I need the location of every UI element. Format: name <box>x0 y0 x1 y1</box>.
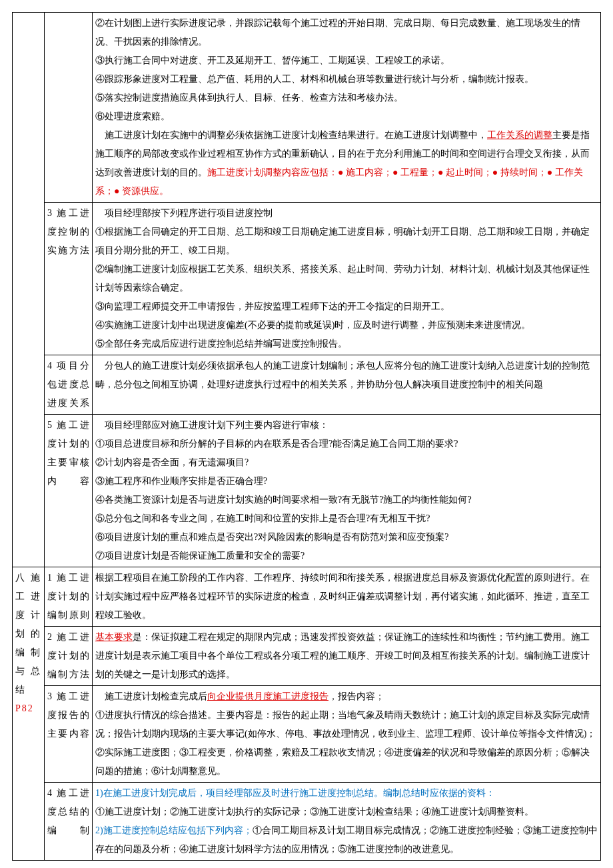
text: 施工进度计划在实施中的调整必须依据施工进度计划检查结果进行。在施工进度计划调整中… <box>95 130 487 140</box>
subsection-col: 5 施工进度计划的主要审核内容 <box>45 415 93 567</box>
content-line: ③向监理工程师提交开工申请报告，并应按监理工程师下达的开工令指定的日期开工。 <box>95 297 598 316</box>
cell-text: 3 施工进度报告的主要内容 <box>47 691 89 739</box>
content-line: 分包人的施工进度计划必须依据承包人的施工进度计划编制；承包人应将分包的施工进度计… <box>95 357 598 394</box>
highlighted-text: 基本要求 <box>95 632 133 642</box>
content-line: 施工进度计划检查完成后向企业提供月度施工进度报告，报告内容； <box>95 687 598 706</box>
content-line: ①根据施工合同确定的开工日期、总工期和竣工日期确定施工进度目标，明确计划开工日期… <box>95 223 598 260</box>
content-line: ①项目总进度目标和所分解的子目标的内在联系是否合理?能否满足施工合同工期的要求? <box>95 435 598 453</box>
cell-text: 5 施工进度计划的主要审核内容 <box>47 420 89 486</box>
table-row: 4 项目分包进度总进度关系 分包人的施工进度计划必须依据承包人的施工进度计划编制… <box>13 355 601 415</box>
table-row: ②在计划图上进行实际进度记录，并跟踪记载每个施工过程的开始日期、完成日期、每日完… <box>13 13 601 203</box>
subsection-col: 4 施工进度总结的编制 <box>45 783 93 861</box>
content-line: ①进度执行情况的综合描述。主要内容是：报告的起止期；当地气象及晴雨天数统计；施工… <box>95 706 598 781</box>
highlighted-text: 向企业提供月度施工进度报告 <box>207 691 328 701</box>
text: ，报告内容； <box>328 691 384 701</box>
table-row: 3 施工进度报告的主要内容 施工进度计划检查完成后向企业提供月度施工进度报告，报… <box>13 686 601 783</box>
content-line: ④跟踪形象进度对工程量、总产值、耗用的人工、材料和机械台班等数量进行统计与分析，… <box>95 70 598 89</box>
study-notes-table: ②在计划图上进行实际进度记录，并跟踪记载每个施工过程的开始日期、完成日期、每日完… <box>12 12 601 861</box>
content-line: 2)施工进度控制总结应包括下列内容；①合同工期目标及计划工期目标完成情况；②施工… <box>95 821 598 859</box>
cell-text: 3 施工进度控制的实施方法 <box>47 208 89 255</box>
content-line: ⑦项目进度计划是否能保证施工质量和安全的需要? <box>95 547 598 565</box>
subsection-col: 3 施工进度控制的实施方法 <box>45 203 93 355</box>
text: 施工进度计划检查完成后 <box>95 691 207 701</box>
subsection-col <box>45 13 93 203</box>
subsection-col: 1 施工进度计划的编制原则 <box>45 567 93 627</box>
content-line: ①施工进度计划；②施工进度计划执行的实际记录；③施工进度计划检查结果；④施工进度… <box>95 803 598 821</box>
content-cell: 项目经理部应对施工进度计划下列主要内容进行审核： ①项目总进度目标和所分解的子目… <box>93 415 601 567</box>
content-line: 项目经理部应对施工进度计划下列主要内容进行审核： <box>95 416 598 435</box>
content-line: 1)在施工进度计划完成后，项目经理部应及时进行施工进度控制总结。编制总结时应依据… <box>95 784 598 803</box>
content-cell: 根据工程项目在施工阶段的工作内容、工作程序、持续时间和衔接关系，根据进度总目标及… <box>93 567 601 627</box>
content-line: ⑤总分包之间和各专业之间，在施工时间和位置的安排上是否合理?有无相互干扰? <box>95 509 598 528</box>
content-cell: 1)在施工进度计划完成后，项目经理部应及时进行施工进度控制总结。编制总结时应依据… <box>93 783 601 861</box>
table-row: 3 施工进度控制的实施方法 项目经理部按下列程序进行项目进度控制 ①根据施工合同… <box>13 203 601 355</box>
section-col <box>13 13 45 567</box>
content-line: ⑥处理进度索赔。 <box>95 107 598 126</box>
content-line: ④各类施工资源计划是否与进度计划实施的时间要求相一致?有无脱节?施工的均衡性能如… <box>95 491 598 509</box>
text: 是：保证拟建工程在规定的期限内完成；迅速发挥投资效益；保证施工的连续性和均衡性；… <box>95 632 590 679</box>
cell-text: 4 项目分包进度总进度关系 <box>47 361 89 408</box>
content-line: ⑥项目进度计划的重点和难点是否突出?对风险因素的影响是否有防范对策和应变预案? <box>95 528 598 547</box>
highlighted-text: 2)施工进度控制总结应包括下列内容； <box>95 825 253 835</box>
highlighted-text: 工作关系的调整 <box>487 130 552 140</box>
subsection-col: 3 施工进度报告的主要内容 <box>45 686 93 783</box>
subsection-col: 2 施工进度计划的编制方法 <box>45 627 93 686</box>
content-line: ②计划内容是否全面，有无遗漏项目? <box>95 453 598 472</box>
table-row: 5 施工进度计划的主要审核内容 项目经理部应对施工进度计划下列主要内容进行审核：… <box>13 415 601 567</box>
subsection-col: 4 项目分包进度总进度关系 <box>45 355 93 415</box>
table-row: 2 施工进度计划的编制方法 基本要求是：保证拟建工程在规定的期限内完成；迅速发挥… <box>13 627 601 686</box>
content-line: ③执行施工合同中对进度、开工及延期开工、暂停施工、工期延误、工程竣工的承诺。 <box>95 51 598 70</box>
content-cell: 施工进度计划检查完成后向企业提供月度施工进度报告，报告内容； ①进度执行情况的综… <box>93 686 601 783</box>
table-row: 4 施工进度总结的编制 1)在施工进度计划完成后，项目经理部应及时进行施工进度控… <box>13 783 601 861</box>
content-line: 施工进度计划在实施中的调整必须依据施工进度计划检查结果进行。在施工进度计划调整中… <box>95 126 598 201</box>
content-line: ⑤全部任务完成后应进行进度控制总结并编写进度控制报告。 <box>95 335 598 353</box>
content-cell: ②在计划图上进行实际进度记录，并跟踪记载每个施工过程的开始日期、完成日期、每日完… <box>93 13 601 203</box>
cell-text: 4 施工进度总结的编制 <box>47 788 89 835</box>
content-line: ④实施施工进度计划中出现进度偏差(不必要的提前或延误)时，应及时进行调整，并应预… <box>95 316 598 335</box>
cell-text: 2 施工进度计划的编制方法 <box>47 632 89 679</box>
content-line: 基本要求是：保证拟建工程在规定的期限内完成；迅速发挥投资效益；保证施工的连续性和… <box>95 628 598 684</box>
content-line: ⑤落实控制进度措施应具体到执行人、目标、任务、检查方法和考核办法。 <box>95 89 598 107</box>
page-number: 5 <box>12 861 601 868</box>
content-cell: 项目经理部按下列程序进行项目进度控制 ①根据施工合同确定的开工日期、总工期和竣工… <box>93 203 601 355</box>
content-line: ②在计划图上进行实际进度记录，并跟踪记载每个施工过程的开始日期、完成日期、每日完… <box>95 14 598 51</box>
table-row: 八 施工进度计划的编制与总结 P82 1 施工进度计划的编制原则 根据工程项目在… <box>13 567 601 627</box>
section-col: 八 施工进度计划的编制与总结 P82 <box>13 567 45 861</box>
content-line: 根据工程项目在施工阶段的工作内容、工作程序、持续时间和衔接关系，根据进度总目标及… <box>95 569 598 625</box>
page-reference: P82 <box>15 699 41 718</box>
content-cell: 分包人的施工进度计划必须依据承包人的施工进度计划编制；承包人应将分包的施工进度计… <box>93 355 601 415</box>
cell-text: 1 施工进度计划的编制原则 <box>47 573 89 620</box>
content-line: 项目经理部按下列程序进行项目进度控制 <box>95 204 598 223</box>
content-line: ③施工程序和作业顺序安排是否正确合理? <box>95 472 598 491</box>
content-line: ②编制施工进度计划应根据工艺关系、组织关系、搭接关系、起止时间、劳动力计划、材料… <box>95 260 598 297</box>
content-cell: 基本要求是：保证拟建工程在规定的期限内完成；迅速发挥投资效益；保证施工的连续性和… <box>93 627 601 686</box>
section-title: 八 施工进度计划的编制与总结 <box>15 569 41 699</box>
